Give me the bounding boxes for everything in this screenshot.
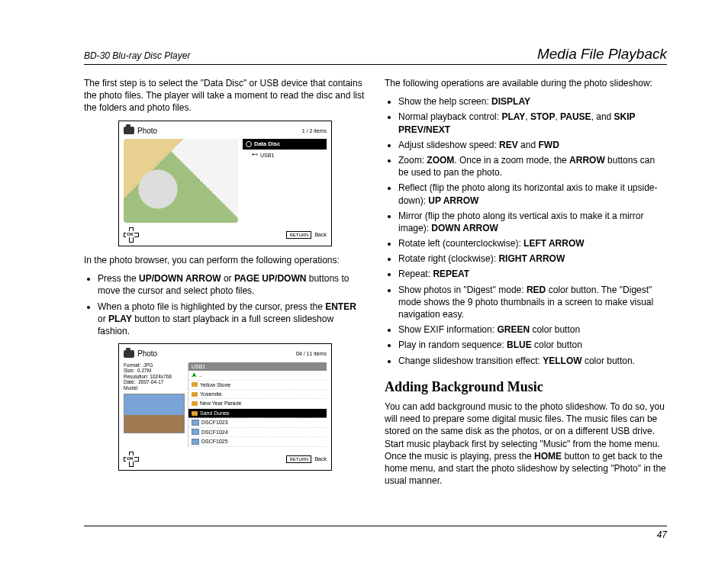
image-icon xyxy=(192,420,199,426)
usb-icon: ⊷ xyxy=(252,151,258,159)
list-item: Normal playback control: PLAY, STOP, PAU… xyxy=(398,111,667,135)
list-item: Rotate right (clockwise): RIGHT ARROW xyxy=(398,253,667,265)
folder-icon xyxy=(192,382,198,387)
list-item: Show the help screen: DISPLAY xyxy=(398,95,667,108)
list-item: Repeat: REPEAT xyxy=(398,268,667,280)
back-label: Back xyxy=(314,231,327,238)
list-item: Press the UP/DOWN ARROW or PAGE UP/DOWN … xyxy=(98,272,366,297)
media-artwork xyxy=(124,139,238,223)
list-item: Reflect (flip the photo along its horizo… xyxy=(398,182,667,206)
data-disc-item: Data Disc xyxy=(243,139,327,150)
list-item: Adjust slideshow speed: REV and FWD xyxy=(398,139,667,151)
folder-row: Yellow Stone xyxy=(188,381,327,390)
meta-info: Format: JPG Size: 0.27M Resolution: 1024… xyxy=(124,362,183,447)
slideshow-intro: The following operations are available d… xyxy=(385,77,667,89)
list-item: Change slideshow transition effect: YELL… xyxy=(398,355,667,367)
item-count: 04 / 11 items xyxy=(296,350,327,357)
photo-thumbnail xyxy=(124,394,185,433)
folder-row: New Year Parade xyxy=(188,399,327,408)
list-item: Play in random sequence: BLUE color butt… xyxy=(398,339,667,351)
section-heading: Adding Background Music xyxy=(385,378,667,396)
return-label: RETURN xyxy=(286,231,311,239)
header-section: Media File Playback xyxy=(537,46,667,63)
file-row: DSCF1023 xyxy=(188,418,327,427)
up-folder-row: ⮝.. xyxy=(188,371,327,380)
folder-icon xyxy=(192,392,198,397)
folder-icon xyxy=(192,411,198,416)
file-row: DSCF1025 xyxy=(188,437,327,446)
browser-location: USB1 xyxy=(188,362,327,371)
image-icon xyxy=(192,439,199,445)
list-item: Mirror (flip the photo along its vertica… xyxy=(398,210,667,234)
header-product: BD-30 Blu-ray Disc Player xyxy=(84,50,190,61)
right-column: The following operations are available d… xyxy=(385,74,667,493)
panel-title: Photo xyxy=(137,349,157,359)
list-item: Rotate left (counterclockwise): LEFT ARR… xyxy=(398,237,667,249)
folder-row-selected: Sand Dunes xyxy=(188,409,327,418)
list-item: Show photos in "Digest" mode: RED color … xyxy=(398,284,667,321)
page-header: BD-30 Blu-ray Disc Player Media File Pla… xyxy=(84,46,667,65)
folder-row: Yosemite xyxy=(188,390,327,399)
back-label: Back xyxy=(314,455,327,462)
file-row: DSCF1024 xyxy=(188,428,327,437)
bg-music-text: You can add background music to the phot… xyxy=(385,401,667,487)
panel-title: Photo xyxy=(137,126,157,137)
camera-icon xyxy=(124,127,134,134)
usb-item: ⊷ USB1 xyxy=(243,150,327,161)
ops-intro: In the photo browser, you can perform th… xyxy=(84,254,366,266)
list-item: When a photo file is highlighted by the … xyxy=(98,301,366,338)
folder-icon xyxy=(192,401,198,406)
return-label: RETURN xyxy=(286,455,311,463)
item-count: 1 / 2 items xyxy=(302,127,327,134)
page-footer: 47 xyxy=(84,526,667,540)
intro-text: The first step is to select the "Data Di… xyxy=(84,77,366,114)
camera-icon xyxy=(124,350,134,358)
list-item: Zoom: ZOOM. Once in a zoom mode, the ARR… xyxy=(398,154,667,179)
list-item: Show EXIF information: GREEN color butto… xyxy=(398,323,667,336)
disc-icon xyxy=(246,141,252,147)
photo-browser-panel: Photo 04 / 11 items Format: JPG Size: 0.… xyxy=(118,343,332,470)
left-column: The first step is to select the "Data Di… xyxy=(84,74,366,493)
image-icon xyxy=(192,429,199,435)
photo-source-panel: Photo 1 / 2 items Data Disc ⊷ USB1 xyxy=(118,121,332,247)
page-number: 47 xyxy=(657,529,667,540)
dpad-icon: OK xyxy=(124,452,139,467)
dpad-icon: OK xyxy=(124,227,139,243)
